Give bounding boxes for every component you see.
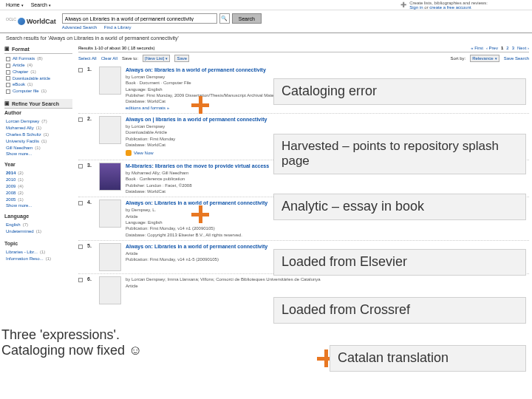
result-pub: Publisher: London : Facet, ©2008 [126, 183, 529, 188]
checkbox[interactable] [6, 76, 10, 81]
show-more-link[interactable]: Show more... [6, 151, 72, 156]
checkbox[interactable] [6, 64, 10, 68]
facet-item-label[interactable]: Information Reso... [6, 256, 44, 262]
checkbox[interactable] [6, 89, 10, 94]
saveto-label: Save to: [122, 56, 138, 61]
facet-item-label[interactable]: English [6, 222, 21, 228]
pager-first[interactable]: « First [471, 46, 483, 50]
results-actions: Select All Clear All Save to: [New List]… [78, 52, 529, 64]
facet-author: Author Lorcan Dempsey (7) Mohamed Ally (… [4, 109, 72, 156]
result-number: 5. [87, 243, 95, 271]
facet-year-title: Year [4, 160, 72, 168]
facet-item-label[interactable]: Mohamed Ally [6, 125, 34, 132]
collapse-icon[interactable]: ▣ [4, 100, 10, 106]
facet-item-label[interactable]: Undetermined [6, 228, 34, 235]
results-count: Results 1-10 of about 30 (.18 seconds) [78, 46, 154, 50]
annotation-catalan: Catalan translation [330, 345, 526, 372]
search-icon[interactable]: 🔍 [219, 13, 230, 24]
sortby-select[interactable]: Relevance▾ [470, 55, 499, 62]
facet-item-label[interactable]: Article [13, 62, 25, 69]
logo-name: WorldCat [27, 18, 56, 25]
nav-search[interactable]: Search▾ [31, 2, 51, 7]
top-nav: Home▾ Search▾ ✚ Create lists, bibliograp… [0, 0, 532, 10]
facet-item-label[interactable]: Downloadable article [13, 75, 50, 81]
annotation-crossref: Loaded from Crossref [273, 297, 526, 324]
clear-all-link[interactable]: Clear All [101, 56, 117, 61]
header: OCLC WorldCat 🔍 Search Advanced Search F… [0, 10, 532, 33]
facet-author-title: Author [4, 109, 72, 117]
nav-home[interactable]: Home▾ [6, 2, 24, 7]
note-line2: Cataloging now fixed ☺ [1, 343, 149, 359]
checkbox[interactable] [78, 278, 83, 282]
facet-item-label[interactable]: eBook [13, 81, 25, 88]
facet-item-label[interactable]: University Facilis [6, 138, 39, 145]
result-title[interactable]: Always on: libraries in a world of perma… [126, 66, 529, 74]
pager-prev[interactable]: ‹ Prev [486, 46, 498, 50]
facet-language: Language English (7) Undetermined (1) [4, 212, 72, 235]
nav-home-label: Home [6, 2, 20, 7]
thumbnail [99, 163, 121, 191]
checkbox[interactable] [6, 57, 10, 61]
pager-2[interactable]: 2 [506, 46, 508, 50]
facet-item-label[interactable]: Gill Needham [6, 145, 33, 151]
checkbox[interactable] [6, 83, 10, 87]
facet-item-label[interactable]: Lorcan Dempsey [6, 118, 39, 125]
view-now-link[interactable]: View Now [126, 150, 154, 156]
search-button[interactable]: Search [232, 13, 262, 24]
save-button[interactable]: Save [174, 55, 189, 62]
thumbnail [99, 243, 121, 271]
result-title[interactable]: Always on | libraries in a world of perm… [126, 116, 529, 123]
facet-topic: Topic Libraries - Libr... (1) Informatio… [4, 239, 72, 262]
saveto-select[interactable]: [New List]▾ [143, 55, 170, 62]
facet-item-label[interactable]: 2014 [6, 170, 16, 177]
logo-oclc: OCLC [6, 17, 16, 21]
globe-icon [18, 18, 25, 25]
result-number: 1. [87, 66, 95, 111]
facet-item-label[interactable]: 2005 [6, 197, 16, 203]
or-text: or [424, 5, 428, 10]
facet-item-label[interactable]: Computer file [13, 88, 39, 95]
checkbox[interactable] [78, 164, 83, 168]
facet-item-label[interactable]: 2010 [6, 177, 16, 183]
pager-next[interactable]: Next › [517, 46, 529, 50]
pager-1[interactable]: 1 [501, 46, 503, 50]
facet-item-label[interactable]: 2009 [6, 183, 16, 190]
result-author: by Lorcan Dempsey [126, 123, 529, 129]
save-search-link[interactable]: Save Search [504, 56, 529, 61]
thumbnail [99, 116, 121, 144]
facet-format-title: Format [12, 47, 30, 52]
results-summary: Search results for 'Always on Libraries … [0, 33, 532, 43]
select-all-link[interactable]: Select All [78, 56, 97, 61]
find-library-link[interactable]: Find a Library [104, 25, 132, 30]
annotation-harvested: Harvested – points to repository splash … [273, 134, 526, 174]
checkbox[interactable] [78, 68, 83, 72]
show-more-link[interactable]: Show more... [6, 203, 72, 208]
signin-link[interactable]: Sign in [409, 5, 423, 10]
facet-year: Year 2014 (2) 2010 (1) 2009 (4) 2008 (2)… [4, 160, 72, 208]
chevron-down-icon: ▾ [49, 3, 51, 7]
facet-item-label[interactable]: Charles B Schultz [6, 132, 41, 138]
checkbox[interactable] [78, 201, 83, 205]
search-input[interactable] [62, 13, 217, 24]
collapse-icon[interactable]: ▣ [4, 46, 10, 52]
advanced-search-link[interactable]: Advanced Search [62, 25, 97, 30]
search-sublinks: Advanced Search Find a Library [62, 25, 262, 30]
pager-3[interactable]: 3 [512, 46, 514, 50]
nav-right: ✚ Create lists, bibliographies and revie… [400, 1, 488, 10]
facet-item-label[interactable]: All Formats [13, 55, 35, 62]
sortby-label: Sort by: [451, 56, 466, 61]
facet-format: ▣Format All Formats (8) Article (4) Chap… [4, 44, 72, 95]
checkbox[interactable] [6, 70, 10, 75]
facet-topic-title: Topic [4, 239, 72, 248]
facet-item-label[interactable]: Chapter [13, 69, 28, 75]
facet-item-label[interactable]: Libraries - Libr... [6, 249, 38, 256]
facet-refine-title: Refine Your Search [12, 101, 59, 106]
create-account-link[interactable]: create a free account [429, 5, 471, 10]
editions-link[interactable]: editions and formats » [126, 105, 529, 111]
checkbox[interactable] [78, 245, 83, 249]
facet-language-title: Language [4, 212, 72, 220]
logo[interactable]: OCLC WorldCat [6, 17, 56, 26]
annotation-elsevier: Loaded from Elsevier [273, 249, 526, 276]
checkbox[interactable] [78, 117, 83, 122]
facet-item-label[interactable]: 2008 [6, 190, 16, 197]
